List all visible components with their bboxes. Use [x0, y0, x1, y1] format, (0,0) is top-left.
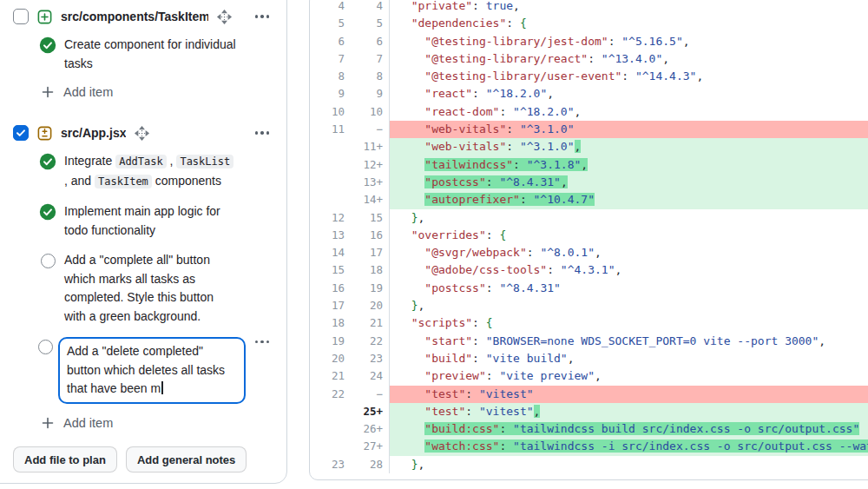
diff-new-line-number: 10: [345, 103, 389, 121]
diff-old-line-number: 23: [310, 456, 345, 473]
diff-panel: 44 "private": true,55 "dependencies": {6…: [309, 0, 868, 480]
file-section: src/App.jsxIntegrate AddTask , TaskList …: [13, 122, 271, 430]
task-text: Integrate AddTask , TaskList , and TaskI…: [64, 152, 236, 191]
diff-new-line-number: 24: [345, 367, 389, 385]
plus-icon: [41, 85, 55, 99]
diff-code-line: "start": "BROWSER=none WDS_SOCKET_PORT=0…: [389, 333, 868, 350]
diff-old-line-number: [310, 156, 345, 174]
task-edit-input[interactable]: Add a "delete completed" button which de…: [58, 337, 246, 404]
diff-code-line: "@testing-library/react": "^13.4.0",: [389, 50, 868, 68]
kebab-menu-button[interactable]: [253, 128, 271, 137]
diff-row: 27+ "watch:css": "tailwindcss -i src/ind…: [310, 438, 868, 455]
diff-new-line-number: 26+: [345, 420, 389, 438]
diff-new-line-number: 7: [345, 50, 389, 68]
task-item: Add a "complete all" button which marks …: [39, 251, 271, 326]
diff-new-line-number: 20: [345, 297, 389, 314]
diff-code-line: "watch:css": "tailwindcss -i src/index.c…: [389, 438, 868, 455]
diff-row: 2328 },: [310, 456, 868, 473]
file-checkbox[interactable]: [13, 125, 29, 141]
task-open-icon[interactable]: [36, 338, 54, 355]
diff-old-line-number: 7: [310, 50, 345, 68]
diff-new-line-number: 19: [345, 280, 389, 297]
text-caret: [161, 381, 163, 394]
plan-footer: Add file to planAdd general notes: [13, 446, 247, 472]
add-general-notes-button[interactable]: Add general notes: [126, 446, 247, 472]
diff-code-line: "@testing-library/jest-dom": "^5.16.5",: [389, 33, 868, 50]
diff-row: 1821 "scripts": {: [310, 314, 868, 332]
diff-old-line-number: [310, 138, 345, 155]
diff-new-line-number: 13+: [345, 174, 389, 191]
diff-new-line-number: 8: [345, 68, 389, 85]
file-header: src/App.jsx: [13, 122, 271, 143]
diff-new-line-number: 21: [345, 314, 389, 332]
diff-code-line: "postcss": "^8.4.31": [389, 280, 868, 297]
file-name[interactable]: src/App.jsx: [61, 126, 126, 140]
add-item-button[interactable]: Add item: [41, 85, 113, 99]
diff-new-line-number: 15: [345, 209, 389, 227]
add-item-button[interactable]: Add item: [41, 416, 113, 430]
diff-new-line-number: 25+: [345, 403, 389, 420]
diff-code-line: "@svgr/webpack": "^8.0.1",: [389, 244, 868, 261]
diff-row: 25+ "test": "vitest",: [310, 403, 868, 420]
diff-code-line: "tailwindcss": "^3.1.8",: [389, 156, 868, 174]
diff-new-line-number: 11+: [345, 138, 389, 155]
diff-new-line-number: 5: [345, 15, 389, 32]
diff-old-line-number: [310, 420, 345, 438]
diff-old-line-number: 18: [310, 314, 345, 332]
diff-code-line: "react": "^18.2.0",: [389, 85, 868, 102]
drag-handle-icon[interactable]: [217, 10, 232, 24]
file-modified-icon: [37, 126, 52, 141]
diff-code-line: "preview": "vite preview",: [389, 367, 868, 385]
task-done-icon[interactable]: [39, 153, 56, 170]
task-open-icon[interactable]: [39, 252, 56, 269]
diff-old-line-number: 8: [310, 68, 345, 85]
inline-code: AddTask: [115, 155, 167, 169]
task-item: Add a "delete completed" button which de…: [36, 337, 271, 404]
diff-new-line-number: 22: [345, 333, 389, 350]
diff-code-line: "postcss": "^8.4.31",: [389, 174, 868, 191]
diff-old-line-number: [310, 191, 345, 208]
diff-row: 14+ "autoprefixer": "^10.4.7": [310, 191, 868, 208]
diff-new-line-number: 16: [345, 227, 389, 244]
diff-old-line-number: 4: [310, 0, 345, 15]
plus-icon: [41, 416, 55, 430]
diff-row: 99 "react": "^18.2.0",: [310, 85, 868, 102]
diff-row: 77 "@testing-library/react": "^13.4.0",: [310, 50, 868, 68]
diff-row: 11+ "web-vitals": "^3.1.0",: [310, 138, 868, 155]
diff-row: 1922 "start": "BROWSER=none WDS_SOCKET_P…: [310, 333, 868, 350]
diff-code-line: },: [389, 456, 868, 473]
diff-old-line-number: 12: [310, 209, 345, 227]
diff-code-line: "overrides": {: [389, 227, 868, 244]
add-file-to-plan-button[interactable]: Add file to plan: [13, 446, 117, 472]
diff-old-line-number: 9: [310, 85, 345, 102]
diff-old-line-number: 16: [310, 280, 345, 297]
file-section: src/components/TaskItem.jsxCreate compon…: [13, 6, 271, 99]
diff-row: 1518 "@adobe/css-tools": "^4.3.1",: [310, 261, 868, 279]
diff-row: 88 "@testing-library/user-event": "^14.4…: [310, 68, 868, 85]
add-item-label: Add item: [63, 416, 113, 430]
diff-code-line: "build": "vite build",: [389, 350, 868, 367]
file-name[interactable]: src/components/TaskItem.jsx: [61, 10, 208, 23]
kebab-menu-button[interactable]: [253, 337, 271, 347]
diff-row: 26+ "build:css": "tailwindcss build src/…: [310, 420, 868, 438]
diff-code-line: "build:css": "tailwindcss build src/inde…: [389, 420, 868, 438]
diff-row: 1417 "@svgr/webpack": "^8.0.1",: [310, 244, 868, 261]
task-done-icon[interactable]: [39, 36, 56, 54]
task-item: Create component for individual tasks: [39, 36, 271, 73]
diff-row: 11− "web-vitals": "^3.1.0": [310, 121, 868, 138]
file-checkbox[interactable]: [13, 9, 29, 24]
diff-new-line-number: 6: [345, 33, 389, 50]
diff-new-line-number: −: [345, 121, 389, 138]
diff-row: 22− "test": "vitest": [310, 386, 868, 403]
kebab-menu-button[interactable]: [253, 11, 271, 21]
diff-row: 44 "private": true,: [310, 0, 868, 15]
task-item: Implement main app logic for todo functi…: [39, 202, 271, 240]
diff-code-line: "autoprefixer": "^10.4.7": [389, 191, 868, 208]
diff-new-line-number: 27+: [345, 438, 389, 455]
task-done-icon[interactable]: [39, 203, 56, 221]
diff-code-line: "web-vitals": "^3.1.0": [389, 121, 868, 138]
drag-handle-icon[interactable]: [135, 126, 149, 141]
diff-new-line-number: 12+: [345, 156, 389, 174]
diff-row: 66 "@testing-library/jest-dom": "^5.16.5…: [310, 33, 868, 50]
diff-old-line-number: 5: [310, 15, 345, 32]
